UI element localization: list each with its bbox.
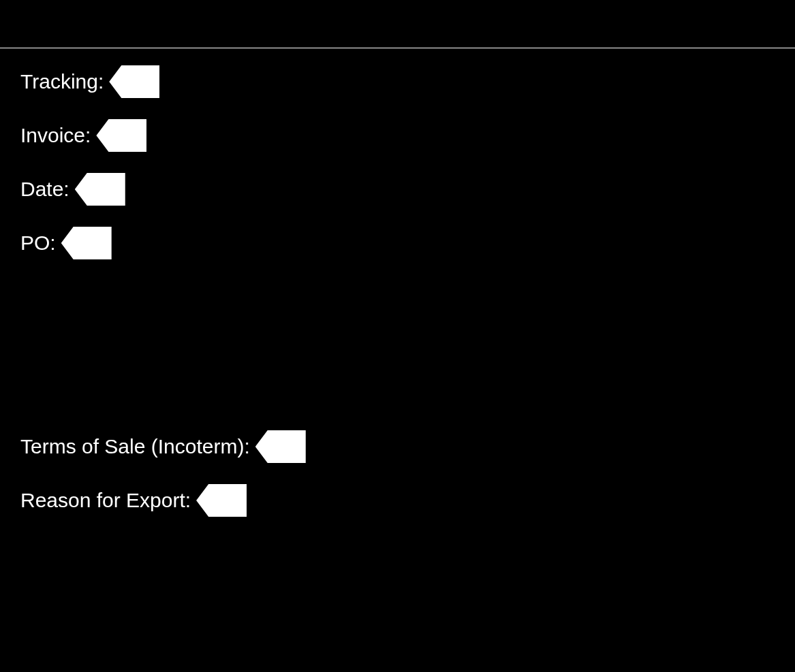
tag-icon [255, 430, 306, 463]
label-po: PO: [20, 231, 56, 255]
field-reason-for-export: Reason for Export: [20, 484, 247, 517]
field-po: PO: [20, 227, 112, 259]
tag-icon [109, 65, 159, 98]
label-date: Date: [20, 178, 69, 201]
field-tracking: Tracking: [20, 65, 159, 98]
label-reason-for-export: Reason for Export: [20, 489, 191, 512]
tag-icon [75, 173, 125, 206]
tag-icon [196, 484, 247, 517]
tag-icon [96, 119, 146, 152]
field-date: Date: [20, 173, 125, 206]
field-invoice: Invoice: [20, 119, 146, 152]
tag-icon [61, 227, 112, 259]
label-invoice: Invoice: [20, 124, 91, 147]
label-terms-of-sale: Terms of Sale (Incoterm): [20, 435, 250, 458]
top-divider [0, 48, 795, 48]
label-tracking: Tracking: [20, 70, 104, 93]
field-terms-of-sale: Terms of Sale (Incoterm): [20, 430, 306, 463]
